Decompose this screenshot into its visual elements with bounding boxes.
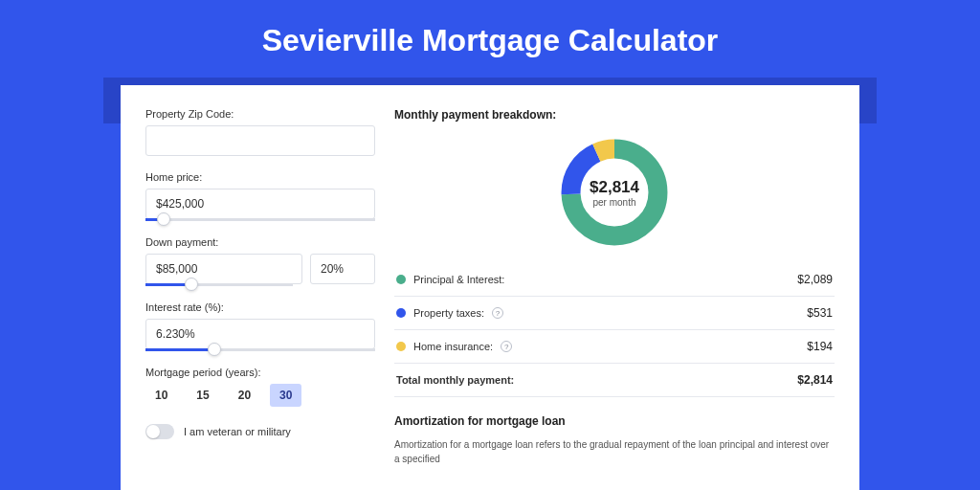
donut-chart-wrap: $2,814 per month	[394, 129, 835, 263]
dot-icon	[396, 275, 406, 284]
breakdown-label: Home insurance:	[413, 341, 493, 352]
form-column: Property Zip Code: Home price: Down paym…	[145, 108, 375, 490]
donut-center-sub: per month	[592, 197, 635, 208]
breakdown-value: $194	[807, 340, 833, 353]
breakdown-row-insurance: Home insurance: ? $194	[394, 330, 835, 363]
interest-rate-slider[interactable]	[145, 348, 375, 351]
interest-rate-group: Interest rate (%):	[145, 301, 375, 351]
period-option-20[interactable]: 20	[229, 384, 260, 407]
veteran-toggle-row: I am veteran or military	[145, 424, 375, 439]
zip-label: Property Zip Code:	[145, 108, 375, 120]
slider-thumb[interactable]	[157, 212, 170, 226]
home-price-group: Home price:	[145, 171, 375, 221]
veteran-label: I am veteran or military	[184, 426, 291, 437]
slider-thumb[interactable]	[208, 343, 221, 356]
help-icon[interactable]: ?	[501, 341, 512, 352]
breakdown-row-total: Total monthly payment: $2,814	[394, 364, 835, 396]
interest-rate-label: Interest rate (%):	[145, 301, 375, 313]
veteran-toggle[interactable]	[145, 424, 174, 439]
donut-chart: $2,814 per month	[557, 135, 672, 250]
down-payment-slider[interactable]	[145, 283, 293, 286]
breakdown-row-taxes: Property taxes: ? $531	[394, 297, 835, 329]
mortgage-period-options: 10 15 20 30	[145, 384, 375, 407]
period-option-30[interactable]: 30	[270, 384, 301, 407]
page-title: Sevierville Mortgage Calculator	[0, 0, 980, 78]
breakdown-label: Principal & Interest:	[413, 274, 504, 285]
slider-thumb[interactable]	[185, 278, 198, 291]
breakdown-value: $2,089	[797, 273, 833, 286]
dot-icon	[396, 342, 406, 351]
breakdown-row-principal: Principal & Interest: $2,089	[394, 263, 835, 296]
amortization-title: Amortization for mortgage loan	[394, 414, 835, 428]
total-label: Total monthly payment:	[396, 374, 514, 386]
home-price-slider[interactable]	[145, 218, 375, 221]
amortization-text: Amortization for a mortgage loan refers …	[394, 437, 835, 466]
breakdown-title: Monthly payment breakdown:	[394, 108, 835, 122]
total-value: $2,814	[797, 373, 833, 387]
breakdown-label: Property taxes:	[413, 307, 484, 319]
mortgage-period-label: Mortgage period (years):	[145, 367, 375, 378]
help-icon[interactable]: ?	[492, 307, 503, 319]
zip-input[interactable]	[145, 125, 375, 156]
down-payment-group: Down payment:	[145, 236, 375, 286]
down-payment-input[interactable]	[145, 254, 302, 284]
calculator-card: Property Zip Code: Home price: Down paym…	[121, 85, 859, 490]
divider	[394, 396, 835, 397]
interest-rate-input[interactable]	[145, 319, 375, 349]
down-payment-label: Down payment:	[145, 236, 375, 248]
period-option-15[interactable]: 15	[187, 384, 218, 407]
donut-center-amount: $2,814	[590, 178, 639, 197]
donut-center: $2,814 per month	[557, 135, 672, 250]
zip-field-group: Property Zip Code:	[145, 108, 375, 156]
breakdown-value: $531	[807, 306, 833, 320]
toggle-knob	[146, 425, 160, 438]
down-payment-pct-input[interactable]	[310, 254, 375, 284]
mortgage-period-group: Mortgage period (years): 10 15 20 30	[145, 367, 375, 407]
breakdown-column: Monthly payment breakdown: $2,814 per mo…	[394, 108, 835, 490]
home-price-input[interactable]	[145, 189, 375, 219]
dot-icon	[396, 308, 406, 318]
period-option-10[interactable]: 10	[145, 384, 177, 407]
home-price-label: Home price:	[145, 171, 375, 183]
